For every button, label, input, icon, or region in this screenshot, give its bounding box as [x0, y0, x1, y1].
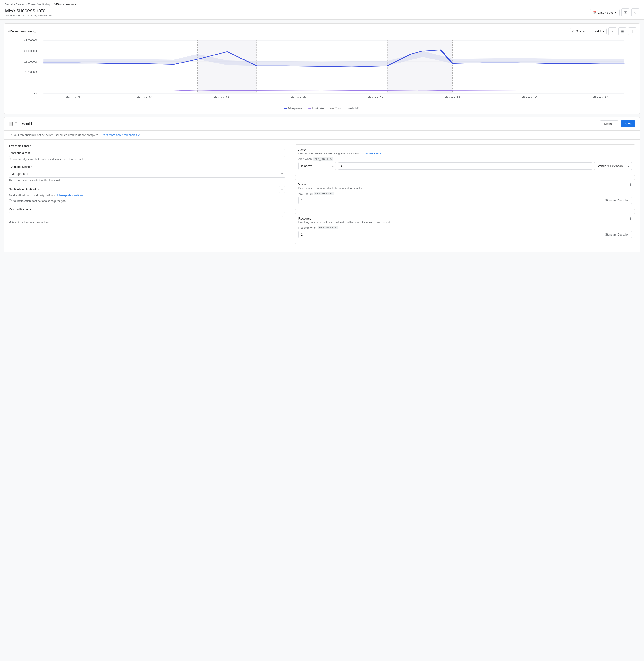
warn-title: Warn — [298, 183, 363, 186]
chevron-down-icon: ▾ — [615, 11, 617, 14]
svg-text:3000: 3000 — [24, 50, 38, 52]
legend-threshold-line — [330, 108, 334, 109]
breadcrumb-sep1: › — [26, 3, 27, 6]
alert-unit-select[interactable]: Standard Deviation Absolute Value Percen… — [594, 162, 632, 170]
recovery-desc: How long an alert should be considered h… — [298, 221, 391, 223]
evaluated-metric-group: Evaluated Metric * MFA passed MFA failed… — [9, 165, 285, 182]
legend-passed-label: MFA passed — [288, 107, 304, 110]
chart-svg: 4000 3000 2000 1000 0 Aug 1 Aug 2 — [8, 38, 636, 104]
expand-button[interactable]: ⤡ — [608, 27, 617, 35]
recovery-delete-button[interactable]: 🗑 — [628, 217, 632, 220]
save-button[interactable]: Save — [621, 120, 635, 127]
notification-desc: Send notifications to third party platfo… — [9, 194, 56, 197]
learn-more-link[interactable]: Learn more about thresholds ↗ — [101, 134, 140, 137]
external-link-icon: ↗ — [138, 134, 140, 137]
chart-title: MFA success rate ⓘ — [8, 29, 37, 33]
mute-notifications-group: Mute notifications ▾ Mute notifications … — [9, 208, 285, 224]
documentation-link[interactable]: Documentation ↗ — [362, 152, 382, 155]
info-text: Your threshold will not be active until … — [14, 134, 99, 137]
svg-text:Aug 2: Aug 2 — [136, 96, 152, 98]
warn-metric-badge: MFA_SUCCESS — [314, 192, 334, 195]
warn-delete-button[interactable]: 🗑 — [628, 183, 632, 186]
threshold-label-group: Threshold Label * Choose friendly name t… — [9, 144, 285, 161]
chart-area: 4000 3000 2000 1000 0 Aug 1 Aug 2 — [8, 38, 636, 104]
breadcrumb-root[interactable]: Security Center — [5, 3, 24, 6]
alert-section: Alert* Defines when an alert should be t… — [295, 144, 635, 176]
manage-destinations-link[interactable]: Manage destinations — [57, 194, 83, 197]
svg-rect-11 — [198, 41, 257, 93]
threshold-label: Custom Threshold 1 — [576, 30, 601, 33]
notification-destinations-group: Notification Destinations + Send notific… — [9, 186, 285, 203]
breadcrumb: Security Center › Threat Monitoring › MF… — [5, 3, 639, 6]
diamond-icon: ◇ — [572, 30, 574, 33]
evaluated-metric-label: Evaluated Metric * — [9, 165, 285, 168]
warn-desc: Defines when a warning should be trigger… — [298, 187, 363, 189]
recovery-title: Recovery — [298, 217, 391, 220]
svg-text:0: 0 — [34, 92, 38, 95]
alert-title: Alert* — [298, 148, 382, 151]
alert-value-input[interactable] — [338, 162, 592, 170]
warn-section: Warn Defines when a warning should be tr… — [295, 179, 635, 210]
alert-when-label: Alert when — [298, 158, 312, 161]
grid-button[interactable]: ⊞ — [618, 27, 626, 35]
svg-text:Aug 1: Aug 1 — [65, 96, 81, 98]
legend-passed-dot — [284, 108, 287, 109]
refresh-icon: ↻ — [634, 11, 637, 14]
breadcrumb-sep2: › — [51, 3, 52, 6]
info-icon: ⓘ — [9, 133, 12, 137]
info-icon: ⓘ — [624, 10, 627, 15]
breadcrumb-current: MFA success rate — [54, 3, 76, 6]
warn-unit-label: Standard Deviation — [605, 199, 629, 202]
mute-hint: Mute notifications to all desinations. — [9, 221, 285, 224]
more-button[interactable]: ⋮ — [628, 27, 636, 35]
alert-desc: Defines when an alert should be triggere… — [298, 152, 382, 155]
info-banner: ⓘ Your threshold will not be active unti… — [4, 131, 640, 140]
grid-icon: ⊞ — [621, 30, 624, 33]
date-range-label: Last 7 days — [598, 11, 614, 14]
threshold-label-hint: Choose friendly name that can be used to… — [9, 158, 285, 161]
notification-destinations-title: Notification Destinations — [9, 187, 41, 191]
right-panel: Alert* Defines when an alert should be t… — [290, 140, 640, 252]
evaluated-metric-select[interactable]: MFA passed MFA failed — [9, 170, 285, 178]
page-title: MFA success rate — [5, 7, 53, 14]
breadcrumb-middle[interactable]: Threat Monitoring — [28, 3, 50, 6]
back-button[interactable]: ← — [9, 121, 13, 126]
no-config-icon: ⓘ — [9, 199, 12, 203]
discard-button[interactable]: Discard — [600, 120, 618, 127]
add-notification-button[interactable]: + — [279, 186, 285, 193]
svg-text:Aug 4: Aug 4 — [291, 96, 306, 98]
svg-text:Aug 3: Aug 3 — [213, 96, 229, 98]
left-panel: Threshold Label * Choose friendly name t… — [4, 140, 290, 252]
svg-text:1000: 1000 — [24, 71, 38, 74]
calendar-icon: 📅 — [593, 11, 597, 14]
threshold-dropdown-button[interactable]: ◇ Custom Threshold 1 ▾ — [570, 28, 606, 34]
svg-text:Aug 5: Aug 5 — [368, 96, 383, 98]
svg-text:Aug 7: Aug 7 — [522, 96, 537, 98]
svg-text:2000: 2000 — [24, 61, 38, 63]
mute-notifications-select[interactable] — [9, 212, 285, 220]
threshold-label-label: Threshold Label * — [9, 144, 285, 148]
svg-rect-12 — [387, 41, 452, 93]
more-icon: ⋮ — [631, 30, 634, 33]
no-config-text: No notification destinations configured … — [13, 199, 66, 203]
legend-failed-dot — [308, 108, 311, 109]
legend-failed-label: MFA failed — [312, 107, 325, 110]
info-button[interactable]: ⓘ — [621, 8, 629, 17]
refresh-button[interactable]: ↻ — [631, 8, 639, 17]
alert-metric-badge: MFA_SUCCESS — [313, 157, 333, 161]
warn-when-label: Warn when — [298, 192, 313, 195]
threshold-label-input[interactable] — [9, 149, 285, 157]
warn-value-input[interactable] — [301, 198, 315, 202]
recovery-section: Recovery How long an alert should be con… — [295, 213, 635, 244]
chart-section: MFA success rate ⓘ ◇ Custom Threshold 1 … — [4, 23, 640, 114]
alert-condition-select[interactable]: is above is below is equal to — [298, 162, 336, 170]
threshold-panel-title: Threshold — [15, 122, 32, 126]
date-range-button[interactable]: 📅 Last 7 days ▾ — [590, 9, 620, 16]
external-link-icon: ↗ — [380, 152, 382, 155]
recover-value-input[interactable] — [301, 233, 315, 236]
legend-threshold-label: Custom Threshold 1 — [335, 107, 360, 110]
chart-info-icon[interactable]: ⓘ — [33, 29, 37, 33]
page-subtitle: Last updated: Jan 25, 2025, 9:59 PM UTC — [5, 14, 53, 17]
chevron-down-icon: ▾ — [603, 30, 604, 33]
chart-legend: MFA passed MFA failed Custom Threshold 1 — [8, 107, 636, 110]
